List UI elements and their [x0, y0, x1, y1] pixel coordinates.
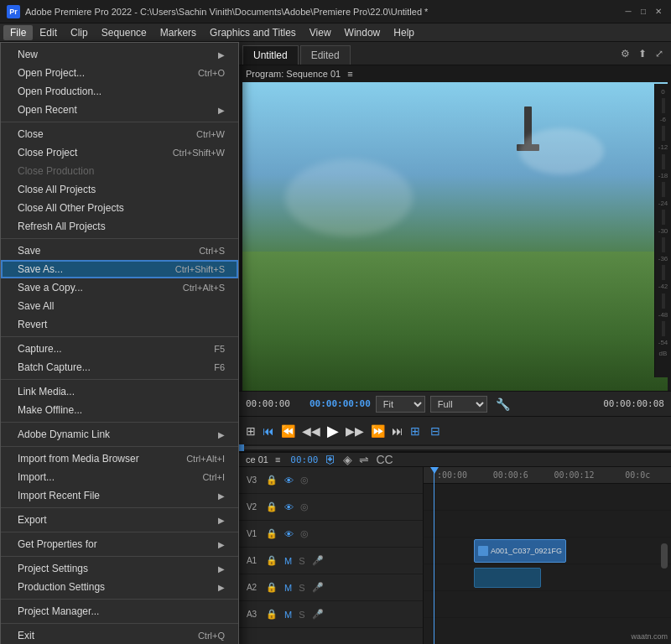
a1-mute-icon[interactable]: M	[283, 555, 294, 567]
v3-solo-icon[interactable]: ◎	[299, 474, 310, 486]
menu-item-refresh-all[interactable]: Refresh All Projects	[1, 217, 238, 236]
vu-label-24: -24	[658, 199, 668, 208]
scrub-bar[interactable]	[239, 444, 671, 451]
a1-lock-icon[interactable]: 🔒	[264, 554, 279, 567]
a3-mic-icon[interactable]: 🎤	[310, 608, 325, 621]
wrench-icon[interactable]: 🔧	[492, 396, 513, 413]
landscape-ground	[242, 252, 668, 391]
menu-item-import[interactable]: Import... Ctrl+I	[1, 468, 238, 486]
a3-solo-icon[interactable]: S	[297, 609, 306, 621]
maximize-panel-icon[interactable]: ⤢	[653, 46, 666, 61]
step-forward-button[interactable]: ⏩	[371, 424, 385, 438]
menu-item-export[interactable]: Export ▶	[1, 511, 238, 529]
settings-icon[interactable]: ⚙	[618, 46, 632, 61]
menu-view[interactable]: View	[303, 25, 338, 40]
track-v2: V2 🔒 👁 ◎	[239, 494, 423, 521]
menu-item-close-all-projects[interactable]: Close All Projects	[1, 180, 238, 199]
menu-item-project-manager[interactable]: Project Manager...	[1, 602, 238, 621]
timeline-tool-icon[interactable]: ⛨	[325, 453, 336, 466]
vertical-scrollbar-handle[interactable]	[661, 543, 668, 569]
minimize-button[interactable]: ─	[622, 6, 634, 18]
menu-help[interactable]: Help	[387, 25, 421, 40]
menu-item-capture[interactable]: Capture... F5	[1, 340, 238, 358]
menu-item-exit[interactable]: Exit Ctrl+Q	[1, 626, 238, 644]
razor-tool[interactable]: ◈	[343, 453, 352, 466]
add-marker-button[interactable]: ⊞	[246, 424, 256, 438]
menu-item-get-properties[interactable]: Get Properties for ▶	[1, 535, 238, 553]
menu-item-batch-capture[interactable]: Batch Capture... F6	[1, 358, 238, 377]
menu-item-close-project[interactable]: Close Project Ctrl+Shift+W	[1, 143, 238, 162]
menu-item-close[interactable]: Close Ctrl+W	[1, 125, 238, 143]
menu-clip[interactable]: Clip	[64, 25, 95, 40]
menu-item-open-project[interactable]: Open Project... Ctrl+O	[1, 64, 238, 82]
menu-item-production-settings[interactable]: Production Settings ▶	[1, 578, 238, 596]
menu-item-open-production[interactable]: Open Production...	[1, 82, 238, 101]
menu-item-import-recent[interactable]: Import Recent File ▶	[1, 486, 238, 505]
timeline-audio-clip-a1[interactable]	[474, 568, 541, 588]
v1-lock-icon[interactable]: 🔒	[264, 527, 279, 540]
v2-eye-icon[interactable]: 👁	[283, 501, 295, 513]
menu-markers[interactable]: Markers	[153, 25, 203, 40]
tab-edited[interactable]: Edited	[300, 45, 351, 65]
menu-item-make-offline[interactable]: Make Offline...	[1, 401, 238, 419]
v1-eye-icon[interactable]: 👁	[283, 528, 295, 540]
v1-solo-icon[interactable]: ◎	[299, 527, 310, 540]
menu-item-link-media[interactable]: Link Media...	[1, 382, 238, 401]
menu-item-import-browser[interactable]: Import from Media Browser Ctrl+Alt+I	[1, 449, 238, 468]
fast-forward-end-button[interactable]: ⏭	[392, 424, 403, 438]
menu-item-save-all[interactable]: Save All	[1, 297, 238, 315]
close-button[interactable]: ✕	[653, 6, 664, 18]
overwrite-button[interactable]: ⊟	[430, 424, 440, 438]
v3-eye-icon[interactable]: 👁	[283, 475, 295, 486]
menu-graphics-titles[interactable]: Graphics and Titles	[203, 25, 303, 40]
scrub-playhead[interactable]	[239, 444, 244, 451]
v3-lock-icon[interactable]: 🔒	[264, 474, 279, 486]
play-button[interactable]: ▶	[327, 422, 339, 440]
menu-item-save[interactable]: Save Ctrl+S	[1, 242, 238, 260]
vu-label-30: -30	[658, 226, 668, 236]
a3-mute-icon[interactable]: M	[283, 609, 294, 621]
v2-lock-icon[interactable]: 🔒	[264, 501, 279, 513]
menu-file[interactable]: File	[3, 25, 33, 40]
insert-button[interactable]: ⊞	[410, 424, 420, 438]
rewind-button[interactable]: ◀◀	[302, 424, 320, 438]
fast-forward-button[interactable]: ▶▶	[346, 424, 364, 438]
menu-edit[interactable]: Edit	[33, 25, 64, 40]
timeline-header: ce 01 ≡ 00:00 ⛨ ◈ ⇌ CC	[239, 453, 671, 467]
sequence-name: ce 01	[246, 454, 268, 465]
timeline-settings-icon[interactable]: ≡	[275, 454, 280, 465]
menu-window[interactable]: Window	[338, 25, 388, 40]
menu-item-save-as[interactable]: Save As... Ctrl+Shift+S	[1, 260, 238, 278]
timeline-tracks-content: :00:00 00:00:6 00:00:12 00:0c A00	[424, 467, 671, 644]
hamburger-icon[interactable]: ≡	[347, 69, 352, 79]
quality-dropdown[interactable]: Full Half Quarter	[430, 396, 487, 413]
menu-item-dynamic-link[interactable]: Adobe Dynamic Link ▶	[1, 425, 238, 444]
export-icon[interactable]: ⬆	[636, 46, 649, 61]
menu-item-save-copy[interactable]: Save a Copy... Ctrl+Alt+S	[1, 278, 238, 297]
a2-mute-icon[interactable]: M	[283, 582, 294, 594]
track-a3: A3 🔒 M S 🎤	[239, 601, 423, 628]
vu-label-0: 0	[661, 87, 664, 96]
menu-sequence[interactable]: Sequence	[95, 25, 153, 40]
menu-item-close-all-other[interactable]: Close All Other Projects	[1, 199, 238, 217]
fit-dropdown[interactable]: Fit 25% 50% 100%	[376, 396, 425, 413]
menu-item-project-settings[interactable]: Project Settings ▶	[1, 559, 238, 578]
cc-button[interactable]: CC	[376, 453, 393, 466]
menu-item-open-recent[interactable]: Open Recent ▶	[1, 101, 238, 119]
menu-item-new[interactable]: New ▶	[1, 45, 238, 64]
tab-untitled[interactable]: Untitled	[242, 45, 299, 65]
menu-bar: File Edit Clip Sequence Markers Graphics…	[0, 23, 671, 42]
maximize-button[interactable]: □	[637, 6, 649, 18]
slip-tool[interactable]: ⇌	[359, 453, 369, 466]
menu-item-revert[interactable]: Revert	[1, 315, 238, 334]
step-back-button[interactable]: ⏪	[281, 424, 295, 438]
a1-solo-icon[interactable]: S	[297, 555, 306, 567]
a2-solo-icon[interactable]: S	[297, 582, 306, 594]
v2-solo-icon[interactable]: ◎	[299, 501, 310, 513]
a2-mic-icon[interactable]: 🎤	[310, 581, 325, 594]
fast-rewind-button[interactable]: ⏮	[263, 424, 274, 438]
a1-mic-icon[interactable]: 🎤	[310, 554, 325, 567]
a2-lock-icon[interactable]: 🔒	[264, 581, 279, 594]
timeline-clip-v1[interactable]: A001_C037_0921FG	[474, 539, 566, 563]
a3-lock-icon[interactable]: 🔒	[264, 608, 279, 621]
